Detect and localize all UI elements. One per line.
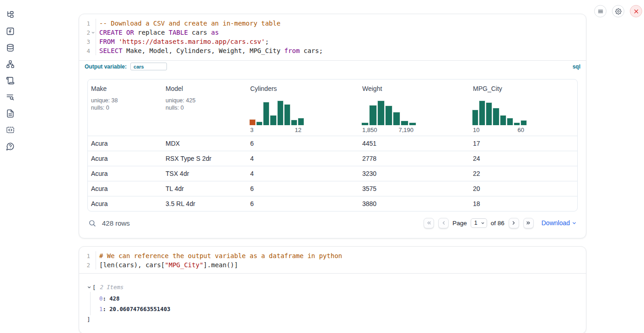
table-cell: Acura [88,155,162,162]
scroll-icon[interactable] [5,76,15,85]
column-header-mpg_city[interactable]: MPG_City1060 [470,79,577,136]
settings-button[interactable] [612,5,624,17]
menu-button[interactable] [594,5,606,17]
dependency-graph-icon[interactable] [5,59,15,69]
column-header-weight[interactable]: Weight1,8507,190 [359,79,470,136]
histogram-bar[interactable] [291,120,297,125]
collapse-chevron-icon[interactable] [87,285,92,290]
items-count-label: 2 Items [100,284,123,291]
chevron-left-icon [441,220,446,226]
fold-chevron-icon[interactable] [90,31,96,35]
code-text: SELECT Make, Model, Cylinders, Weight, M… [96,46,586,55]
histogram-bar[interactable] [284,104,290,125]
histogram-max-label: 60 [518,127,524,133]
table-row[interactable]: AcuraRSX Type S 2dr4277824 [88,151,577,166]
table-cell: 4 [247,155,359,162]
histogram-bar[interactable] [377,100,385,125]
last-page-button[interactable] [523,218,534,228]
histogram-bar[interactable] [401,121,408,125]
table-cell: Acura [88,170,162,177]
code-line: 1-- Download a CSV and create an in-memo… [79,19,586,28]
help-icon[interactable] [5,142,15,151]
line-number: 1 [81,253,90,259]
table-footer: 428 rows Page 1 of 86 [87,215,578,231]
histogram-bar[interactable] [514,122,520,125]
line-number: 4 [81,48,90,54]
histogram-bar[interactable] [479,100,485,125]
histogram-bar[interactable] [393,112,400,125]
histogram-bar[interactable] [486,102,492,125]
table-row[interactable]: Acura3.5 RL 4dr6388018 [88,196,577,211]
table-row[interactable]: AcuraTL 4dr6357520 [88,181,577,196]
histogram-bar[interactable] [493,108,499,125]
table-cell: TSX 4dr [162,170,247,177]
tree-item-value: : 20.060747663551403 [102,306,170,312]
histogram-bar[interactable] [298,118,304,125]
table-cell: 3.5 RL 4dr [162,200,247,207]
table-cell: 3230 [359,170,470,177]
histogram-min-label: 10 [473,127,479,133]
histogram-bar[interactable] [385,106,392,125]
histogram-bar[interactable] [263,102,269,125]
python-editor[interactable]: 1# We can reference the output variable … [79,247,586,270]
sql-editor[interactable]: 1-- Download a CSV and create an in-memo… [79,14,586,72]
data-table: Makeunique: 38nulls: 0Modelunique: 425nu… [87,79,578,211]
first-page-button[interactable] [424,218,434,228]
histogram-bar[interactable] [277,100,284,125]
histogram-bar[interactable] [472,110,478,125]
histogram-bar[interactable] [521,120,527,125]
histogram-bar[interactable] [361,122,369,125]
output-variable-input[interactable] [130,63,167,70]
histogram-bar[interactable] [256,122,263,125]
table-cell: 24 [470,155,577,162]
language-badge: sql [573,63,580,70]
prev-page-button[interactable] [438,218,449,228]
search-icon[interactable] [88,219,96,227]
histogram-bar[interactable] [500,115,506,125]
column-header-model[interactable]: Modelunique: 425nulls: 0 [162,79,247,136]
column-header-cylinders[interactable]: Cylinders312 [247,79,359,136]
open-bracket: [ [92,284,96,291]
close-button[interactable] [630,5,642,17]
topbar-actions [594,5,642,17]
table-cell: 6 [247,200,359,207]
table-row[interactable]: AcuraTSX 4dr4323022 [88,166,577,181]
code-line: 3FROM 'https://datasets.marimo.app/cars.… [79,37,586,46]
close-bracket: ] [87,316,90,322]
tree-item: 0: 428 [99,293,579,304]
histogram-bar[interactable] [270,115,276,125]
pagination: Page 1 of 86 Download [424,218,577,228]
table-cell: Acura [88,200,162,207]
histogram-bar[interactable] [507,118,513,125]
download-button[interactable]: Download [542,219,577,227]
code-line: 2CREATE OR replace TABLE cars as [79,28,586,37]
database-icon[interactable] [5,43,15,52]
column-header-make[interactable]: Makeunique: 38nulls: 0 [88,79,162,136]
table-cell: 6 [247,185,359,192]
document-icon[interactable] [5,109,15,118]
histogram-bar[interactable] [409,122,416,125]
settings-gear-icon [615,8,622,15]
line-number: 3 [81,38,90,45]
file-tree-icon[interactable] [5,10,15,19]
function-icon[interactable] [5,26,15,36]
page-select[interactable]: 1 [471,218,487,228]
histogram-bar[interactable] [249,119,256,126]
table-cell: 3575 [359,185,470,192]
next-page-button[interactable] [509,218,519,228]
page-select-value: 1 [474,220,478,226]
code-line: 4SELECT Make, Model, Cylinders, Weight, … [79,46,586,55]
histogram-bar[interactable] [369,105,376,125]
close-icon [633,8,639,15]
chevron-down-icon [481,221,485,225]
table-cell: 18 [470,200,577,207]
chevron-right-icon [511,220,516,226]
table-cell: 4 [247,170,359,177]
line-number: 2 [81,262,90,269]
line-number: 2 [81,29,90,36]
table-row[interactable]: AcuraMDX6445117 [88,136,577,151]
table-cell: Acura [88,185,162,192]
snippets-icon[interactable] [5,125,15,134]
histogram-max-label: 12 [295,127,301,133]
logs-search-icon[interactable] [5,92,15,101]
